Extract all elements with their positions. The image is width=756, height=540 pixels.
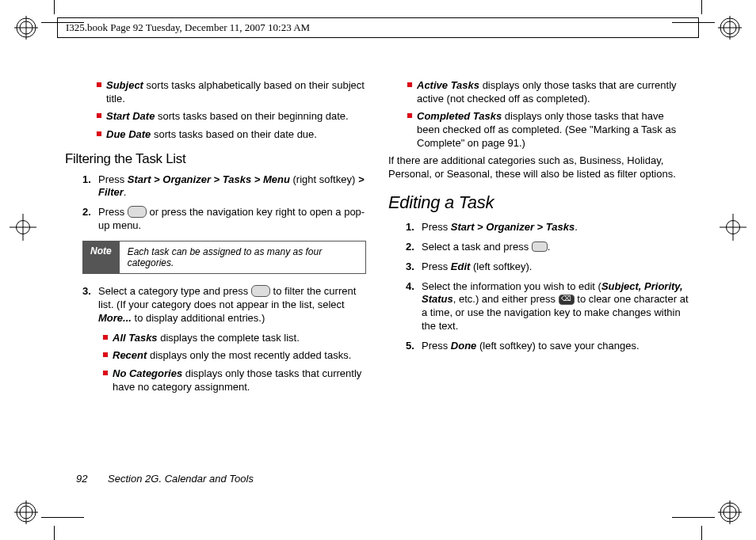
sort-option-subject: Subject sorts tasks alphabetically based… bbox=[97, 79, 366, 105]
bullet-icon bbox=[103, 335, 108, 340]
bullet-icon bbox=[407, 113, 412, 118]
filter-steps: Press Start > Organizer > Tasks > Menu (… bbox=[82, 173, 366, 234]
crop-cross-right bbox=[720, 214, 746, 241]
right-column: Active Tasks displays only those tasks t… bbox=[388, 79, 689, 477]
edit-steps: Press Start > Organizer > Tasks. Select … bbox=[406, 221, 689, 353]
page-source-text: I325.book Page 92 Tuesday, December 11, … bbox=[66, 21, 310, 33]
note-label: Note bbox=[82, 241, 120, 274]
extra-categories-para: If there are additional categories such … bbox=[388, 154, 689, 181]
edit-step-1: Press Start > Organizer > Tasks. bbox=[406, 221, 689, 234]
bullet-icon bbox=[97, 113, 101, 118]
bullet-icon bbox=[97, 82, 101, 87]
registration-mark-tl bbox=[8, 10, 44, 46]
term: Subject bbox=[106, 79, 143, 91]
ok-key-icon bbox=[128, 206, 147, 218]
sort-option-due-date: Due Date sorts tasks based on their date… bbox=[97, 128, 366, 142]
crop-line bbox=[701, 526, 702, 540]
ok-key-icon bbox=[251, 285, 270, 297]
desc: sorts tasks alphabetically based on thei… bbox=[106, 79, 365, 105]
crop-line bbox=[701, 0, 702, 14]
sort-option-start-date: Start Date sorts tasks based on their be… bbox=[97, 110, 366, 124]
crop-line bbox=[54, 0, 55, 14]
edit-step-3: Press Edit (left softkey). bbox=[406, 260, 689, 274]
desc: sorts tasks based on their beginning dat… bbox=[155, 110, 348, 122]
registration-mark-bl bbox=[8, 494, 44, 530]
left-column: Subject sorts tasks alphabetically based… bbox=[65, 79, 366, 477]
edit-step-2: Select a task and press . bbox=[406, 241, 689, 254]
filter-steps-cont: Select a category type and press to filt… bbox=[82, 285, 366, 394]
filter-step-1: Press Start > Organizer > Tasks > Menu (… bbox=[82, 173, 366, 200]
crop-cross-left bbox=[10, 214, 36, 241]
note-text: Each task can be assigned to as many as … bbox=[120, 241, 366, 274]
page-footer: 92 Section 2G. Calendar and Tools bbox=[76, 473, 254, 485]
filter-step-3: Select a category type and press to filt… bbox=[82, 285, 366, 394]
bullet-icon bbox=[97, 131, 101, 136]
page-source-header: I325.book Page 92 Tuesday, December 11, … bbox=[57, 17, 699, 38]
cat-recent: Recent displays only the most recently a… bbox=[103, 349, 366, 363]
section-label: Section 2G. Calendar and Tools bbox=[108, 473, 254, 485]
page-content: Subject sorts tasks alphabetically based… bbox=[65, 79, 691, 477]
edit-step-5: Press Done (left softkey) to save your c… bbox=[406, 340, 689, 353]
crop-line bbox=[54, 526, 55, 540]
desc: sorts tasks based on their date due. bbox=[151, 128, 317, 140]
term: Start Date bbox=[106, 110, 155, 122]
cat-completed-tasks: Completed Tasks displays only those task… bbox=[407, 110, 689, 150]
crop-line bbox=[41, 517, 84, 518]
bullet-icon bbox=[103, 352, 108, 357]
heading-filtering: Filtering the Task List bbox=[65, 151, 366, 167]
page-number: 92 bbox=[76, 473, 87, 485]
note-box: Note Each task can be assigned to as man… bbox=[82, 241, 366, 274]
filter-step-2: Press or press the navigation key right … bbox=[82, 206, 366, 233]
edit-step-4: Select the information you wish to edit … bbox=[406, 280, 689, 334]
heading-editing: Editing a Task bbox=[388, 192, 689, 213]
ok-key-icon bbox=[532, 241, 548, 252]
cat-active-tasks: Active Tasks displays only those tasks t… bbox=[407, 79, 689, 105]
registration-mark-tr bbox=[712, 10, 748, 46]
cat-all-tasks: All Tasks displays the complete task lis… bbox=[103, 332, 366, 345]
cat-no-categories: No Categories displays only those tasks … bbox=[103, 367, 366, 394]
backspace-key-icon bbox=[559, 295, 575, 305]
term: Due Date bbox=[106, 128, 151, 140]
crop-line bbox=[672, 517, 715, 518]
registration-mark-br bbox=[712, 494, 748, 530]
bullet-icon bbox=[407, 82, 412, 87]
bullet-icon bbox=[103, 371, 108, 375]
